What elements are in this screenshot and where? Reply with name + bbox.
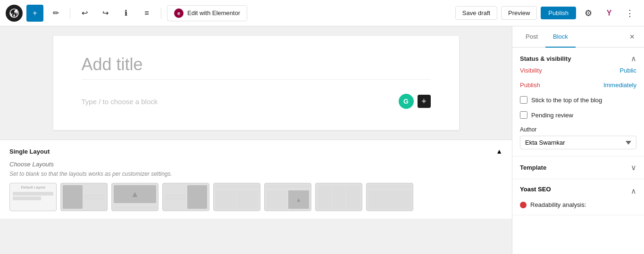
- yoast-title: Yoast SEO: [520, 186, 551, 193]
- template-header[interactable]: Template ∨: [520, 163, 636, 172]
- wordpress-icon: [9, 8, 19, 18]
- tools-button[interactable]: ✏: [47, 5, 64, 22]
- visibility-row: Visibility Public: [520, 63, 636, 78]
- stick-top-row: Stick to the top of the blog: [520, 92, 636, 107]
- layout-thumb-8[interactable]: [366, 183, 413, 211]
- readability-status-dot: [520, 202, 527, 208]
- layout-thumb-5[interactable]: [213, 183, 260, 211]
- right-sidebar: Post Block × Status & visibility ∧ Visib…: [512, 26, 644, 254]
- info-icon: ℹ: [125, 8, 127, 17]
- stick-top-label: Stick to the top of the blog: [531, 97, 602, 104]
- pending-review-checkbox[interactable]: [520, 111, 527, 119]
- sidebar-tabs: Post Block ×: [512, 26, 644, 48]
- settings-icon: ⚙: [585, 8, 592, 18]
- more-icon: ⋮: [626, 8, 634, 18]
- editor-area: Add title Type / to choose a block G +: [0, 26, 512, 254]
- readability-row: Readability analysis:: [520, 201, 636, 208]
- publish-row: Publish Immediately: [520, 78, 636, 92]
- list-view-button[interactable]: ≡: [138, 5, 155, 22]
- author-section: Author Ekta Swarnkar: [520, 126, 636, 149]
- bottom-panel: Single Layout ▲ Choose Layouts Set to bl…: [0, 139, 512, 219]
- edit-with-elementor-label: Edit with Elementor: [187, 9, 240, 16]
- layouts-grid: Default Layout: [9, 183, 502, 211]
- toolbar: + ✏ ↩ ↪ ℹ ≡ e Edit with Elementor Save d…: [0, 0, 644, 26]
- publish-label: Publish: [520, 82, 540, 89]
- elementor-icon: e: [174, 8, 184, 18]
- sidebar-close-button[interactable]: ×: [626, 26, 638, 47]
- pending-review-row: Pending review: [520, 107, 636, 123]
- divider: [70, 8, 70, 19]
- undo-icon: ↩: [82, 8, 88, 17]
- settings-button[interactable]: ⚙: [580, 5, 597, 22]
- publish-value[interactable]: Immediately: [603, 82, 636, 89]
- bottom-panel-header: Single Layout ▲: [9, 147, 502, 155]
- choose-layouts-label: Choose Layouts: [9, 161, 502, 168]
- bottom-panel-title: Single Layout: [9, 148, 50, 155]
- layout-thumb-3[interactable]: ▲: [111, 183, 159, 211]
- preview-button[interactable]: Preview: [501, 6, 537, 20]
- yoast-icon: Y: [607, 9, 612, 17]
- stick-top-checkbox[interactable]: [520, 96, 527, 104]
- add-block-toolbar-button[interactable]: +: [26, 5, 43, 22]
- layouts-description: Set to blank so that the layouts works a…: [9, 171, 502, 177]
- save-draft-button[interactable]: Save draft: [455, 6, 497, 20]
- yoast-section: Yoast SEO ∧ Readability analysis:: [512, 179, 644, 215]
- pencil-icon: ✏: [53, 8, 59, 17]
- wp-logo-button[interactable]: [6, 5, 23, 22]
- undo-button[interactable]: ↩: [76, 5, 93, 22]
- tab-post[interactable]: Post: [518, 26, 545, 48]
- author-select[interactable]: Ekta Swarnkar: [520, 136, 636, 149]
- block-placeholder-text: Type / to choose a block: [82, 98, 158, 106]
- yoast-header[interactable]: Yoast SEO ∧: [520, 186, 636, 197]
- more-options-button[interactable]: ⋮: [621, 5, 638, 22]
- status-visibility-toggle: ∧: [631, 54, 636, 63]
- layout-thumb-2[interactable]: [60, 183, 108, 211]
- plus-icon: +: [33, 9, 37, 17]
- layout-thumb-7[interactable]: [315, 183, 362, 211]
- layout-thumb-6[interactable]: ▲: [264, 183, 311, 211]
- publish-button[interactable]: Publish: [541, 7, 576, 19]
- add-block-button[interactable]: +: [418, 95, 431, 108]
- yoast-toggle: ∧: [631, 187, 636, 196]
- status-visibility-header[interactable]: Status & visibility ∧: [520, 54, 636, 63]
- list-icon: ≡: [144, 9, 149, 17]
- template-section: Template ∨: [512, 156, 644, 179]
- collapse-bottom-panel-button[interactable]: ▲: [496, 147, 502, 155]
- edit-with-elementor-button[interactable]: e Edit with Elementor: [167, 5, 247, 21]
- pending-review-label: Pending review: [531, 112, 573, 119]
- status-visibility-section: Status & visibility ∧ Visibility Public …: [512, 48, 644, 156]
- divider-2: [161, 8, 161, 19]
- layout-thumb-default[interactable]: Default Layout: [9, 183, 57, 211]
- template-toggle: ∨: [631, 163, 636, 172]
- info-button[interactable]: ℹ: [117, 5, 134, 22]
- visibility-label: Visibility: [520, 67, 542, 74]
- block-placeholder-row: Type / to choose a block G +: [82, 94, 431, 109]
- layout-thumb-4[interactable]: [162, 183, 209, 211]
- redo-icon: ↪: [102, 8, 109, 17]
- add-block-plus-icon: +: [421, 97, 427, 107]
- visibility-value[interactable]: Public: [620, 67, 636, 74]
- author-label: Author: [520, 126, 636, 133]
- title-placeholder[interactable]: Add title: [82, 55, 431, 80]
- readability-label: Readability analysis:: [530, 201, 586, 208]
- main-layout: Add title Type / to choose a block G +: [0, 26, 644, 254]
- toolbar-right: Save draft Preview Publish ⚙ Y ⋮: [455, 5, 638, 22]
- editor-canvas: Add title Type / to choose a block G +: [53, 36, 459, 130]
- template-title: Template: [520, 164, 546, 171]
- grammarly-icon: G: [399, 94, 414, 109]
- layout-label-default: Default Layout: [12, 185, 54, 189]
- tab-block[interactable]: Block: [545, 26, 576, 48]
- status-visibility-title: Status & visibility: [520, 55, 571, 62]
- redo-button[interactable]: ↪: [97, 5, 114, 22]
- yoast-button[interactable]: Y: [601, 5, 618, 22]
